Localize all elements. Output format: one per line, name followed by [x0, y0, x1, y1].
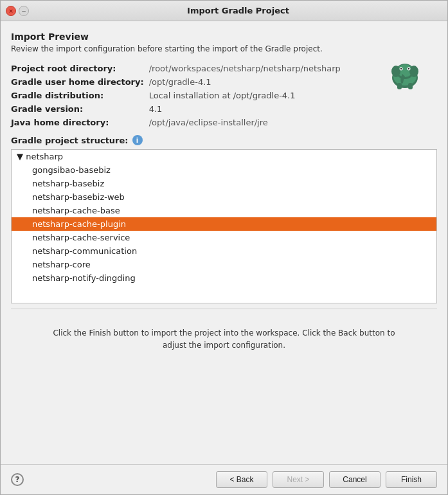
- cancel-button[interactable]: Cancel: [329, 471, 381, 488]
- close-icon: ×: [8, 8, 13, 14]
- tree-item[interactable]: netsharp-basebiz-web: [12, 190, 436, 204]
- svg-rect-10: [397, 83, 402, 89]
- tree-item[interactable]: netsharp-core: [12, 258, 436, 271]
- section-desc: Review the import configuration before s…: [11, 44, 437, 53]
- gradle-version-label: Gradle version:: [11, 103, 144, 115]
- tree-item[interactable]: netsharp-cache-base: [12, 204, 436, 217]
- svg-rect-11: [408, 83, 413, 89]
- java-home-value: /opt/java/eclipse-installer/jre: [149, 116, 437, 129]
- tree-item[interactable]: netsharp-cache-plugin: [12, 217, 436, 231]
- info-grid: Project root directory: /root/workspaces…: [11, 62, 437, 129]
- footer-buttons: < Back Next > Cancel Finish: [216, 471, 437, 488]
- back-button[interactable]: < Back: [216, 471, 267, 488]
- svg-point-8: [400, 68, 402, 69]
- divider: [11, 309, 437, 309]
- project-root-label: Project root directory:: [11, 62, 144, 75]
- bottom-message: Click the Finish button to import the pr…: [11, 314, 437, 358]
- tree-item[interactable]: netsharp-cache-service: [12, 231, 436, 244]
- window: × − Import Gradle Project Import Preview…: [0, 0, 448, 495]
- tree-item[interactable]: netsharp-notify-dingding: [12, 271, 436, 285]
- minimize-icon: −: [21, 8, 26, 14]
- title-bar: × − Import Gradle Project: [1, 1, 447, 21]
- footer: ? < Back Next > Cancel Finish: [1, 464, 447, 494]
- minimize-button[interactable]: −: [19, 6, 29, 16]
- finish-button[interactable]: Finish: [386, 471, 437, 488]
- tree-arrow-icon: ▼: [17, 152, 26, 161]
- tree-root-label: netsharp: [26, 152, 63, 161]
- svg-point-5: [409, 66, 418, 77]
- tree-container[interactable]: ▼ netsharp gongsibao-basebiznetsharp-bas…: [11, 149, 437, 303]
- svg-point-9: [408, 68, 409, 69]
- section-title: Import Preview: [11, 32, 437, 42]
- gradle-dist-label: Gradle distribution:: [11, 89, 144, 102]
- help-button[interactable]: ?: [11, 473, 24, 486]
- tree-item[interactable]: gongsibao-basebiz: [12, 163, 436, 177]
- header-area: Import Preview Review the import configu…: [11, 32, 437, 62]
- title-bar-buttons: × −: [6, 6, 29, 16]
- java-home-label: Java home directory:: [11, 116, 144, 129]
- structure-row: Gradle project structure: i: [11, 135, 437, 145]
- gradle-elephant-icon: [388, 60, 422, 93]
- window-title: Import Gradle Project: [34, 6, 442, 15]
- tree-item[interactable]: netsharp-communication: [12, 244, 436, 258]
- next-button[interactable]: Next >: [273, 471, 324, 488]
- gradle-version-value: 4.1: [149, 103, 437, 115]
- close-button[interactable]: ×: [6, 6, 16, 16]
- info-icon[interactable]: i: [132, 135, 143, 145]
- help-area: ?: [11, 473, 24, 486]
- content-area: Import Preview Review the import configu…: [1, 21, 447, 464]
- structure-label: Gradle project structure:: [11, 136, 129, 145]
- gradle-home-label: Gradle user home directory:: [11, 76, 144, 88]
- svg-point-4: [391, 66, 400, 77]
- tree-item[interactable]: netsharp-basebiz: [12, 177, 436, 190]
- tree-root-item[interactable]: ▼ netsharp: [12, 150, 436, 163]
